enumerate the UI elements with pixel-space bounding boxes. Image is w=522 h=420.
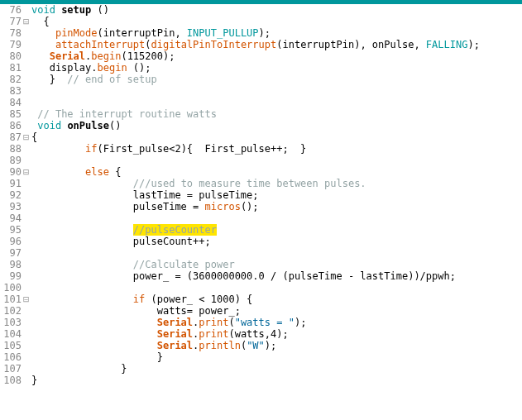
fold-toggle — [23, 328, 31, 340]
fold-toggle[interactable]: ⊟ — [23, 294, 31, 305]
line-number: 108 — [0, 375, 23, 386]
code-content[interactable]: attachInterrupt(digitalPinToInterrupt(in… — [31, 39, 522, 50]
code-line[interactable]: 106 } — [0, 351, 522, 363]
code-line[interactable]: 107 } — [0, 363, 522, 375]
code-line[interactable]: 103 Serial.print("watts = "); — [0, 317, 522, 328]
code-line[interactable]: 94 — [0, 212, 522, 224]
code-line[interactable]: 86 void onPulse() — [0, 120, 522, 131]
code-content[interactable] — [31, 247, 522, 259]
code-content[interactable]: Serial.print(watts,4); — [31, 328, 522, 340]
code-content[interactable] — [31, 282, 522, 294]
line-number: 92 — [0, 189, 23, 201]
line-number: 101 — [0, 294, 23, 305]
code-line[interactable]: 85 // The interrupt routine watts — [0, 108, 522, 120]
code-content[interactable]: pulseTime = micros(); — [31, 201, 522, 212]
code-content[interactable]: //Calculate power — [31, 259, 522, 270]
code-content[interactable]: } // end of setup — [31, 74, 522, 85]
line-number: 96 — [0, 236, 23, 247]
code-line[interactable]: 90⊟ else { — [0, 166, 522, 178]
code-content[interactable]: if(First_pulse<2){ First_pulse++; } — [31, 143, 522, 155]
code-content[interactable]: { — [31, 16, 522, 27]
code-content[interactable]: void setup () — [31, 4, 522, 16]
code-content[interactable]: void onPulse() — [31, 120, 522, 131]
code-line[interactable]: 95 //pulseCounter — [0, 224, 522, 236]
code-line[interactable]: 76void setup () — [0, 4, 522, 16]
code-content[interactable]: // The interrupt routine watts — [31, 108, 522, 120]
code-content[interactable]: Serial.begin(115200); — [31, 50, 522, 62]
line-number: 81 — [0, 62, 23, 74]
line-number: 77 — [0, 16, 23, 27]
line-number: 107 — [0, 363, 23, 375]
code-content[interactable]: pulseCount++; — [31, 236, 522, 247]
code-content[interactable]: } — [31, 363, 522, 375]
code-content[interactable] — [31, 97, 522, 108]
code-content[interactable]: ///used to measure time between pulses. — [31, 178, 522, 189]
code-line[interactable]: 78 pinMode(interruptPin, INPUT_PULLUP); — [0, 27, 522, 39]
code-content[interactable] — [31, 155, 522, 166]
fold-toggle — [23, 108, 31, 120]
code-line[interactable]: 81 display.begin (); — [0, 62, 522, 74]
line-number: 85 — [0, 108, 23, 120]
code-line[interactable]: 105 Serial.println("W"); — [0, 340, 522, 351]
code-line[interactable]: 98 //Calculate power — [0, 259, 522, 270]
code-line[interactable]: 100 — [0, 282, 522, 294]
code-line[interactable]: 80 Serial.begin(115200); — [0, 50, 522, 62]
code-line[interactable]: 88 if(First_pulse<2){ First_pulse++; } — [0, 143, 522, 155]
code-content[interactable]: Serial.print("watts = "); — [31, 317, 522, 328]
code-line[interactable]: 91 ///used to measure time between pulse… — [0, 178, 522, 189]
code-line[interactable]: 77⊟ { — [0, 16, 522, 27]
line-number: 89 — [0, 155, 23, 166]
code-line[interactable]: 89 — [0, 155, 522, 166]
code-line[interactable]: 82 } // end of setup — [0, 74, 522, 85]
fold-toggle — [23, 120, 31, 131]
fold-toggle — [23, 247, 31, 259]
fold-toggle — [23, 189, 31, 201]
code-line[interactable]: 83 — [0, 85, 522, 97]
fold-toggle — [23, 27, 31, 39]
code-content[interactable]: lastTime = pulseTime; — [31, 189, 522, 201]
fold-toggle[interactable]: ⊟ — [23, 166, 31, 178]
code-editor[interactable]: 76void setup ()77⊟ {78 pinMode(interrupt… — [0, 4, 522, 386]
fold-toggle — [23, 340, 31, 351]
code-content[interactable]: display.begin (); — [31, 62, 522, 74]
code-content[interactable]: watts= power_; — [31, 305, 522, 317]
code-content[interactable]: } — [31, 375, 522, 386]
code-content[interactable]: Serial.println("W"); — [31, 340, 522, 351]
code-line[interactable]: 99 power_ = (3600000000.0 / (pulseTime -… — [0, 270, 522, 282]
code-line[interactable]: 96 pulseCount++; — [0, 236, 522, 247]
line-number: 86 — [0, 120, 23, 131]
code-content[interactable] — [31, 85, 522, 97]
code-content[interactable]: { — [31, 131, 522, 143]
code-content[interactable]: pinMode(interruptPin, INPUT_PULLUP); — [31, 27, 522, 39]
code-line[interactable]: 104 Serial.print(watts,4); — [0, 328, 522, 340]
fold-toggle — [23, 317, 31, 328]
fold-toggle[interactable]: ⊟ — [23, 16, 31, 27]
code-line[interactable]: 84 — [0, 97, 522, 108]
code-content[interactable]: else { — [31, 166, 522, 178]
code-content[interactable]: power_ = (3600000000.0 / (pulseTime - la… — [31, 270, 522, 282]
line-number: 79 — [0, 39, 23, 50]
code-line[interactable]: 93 pulseTime = micros(); — [0, 201, 522, 212]
line-number: 103 — [0, 317, 23, 328]
line-number: 104 — [0, 328, 23, 340]
code-content[interactable]: //pulseCounter — [31, 224, 522, 236]
fold-toggle — [23, 212, 31, 224]
code-line[interactable]: 87⊟{ — [0, 131, 522, 143]
code-content[interactable] — [31, 212, 522, 224]
code-content[interactable]: } — [31, 351, 522, 363]
code-content[interactable]: if (power_ < 1000) { — [31, 294, 522, 305]
fold-toggle — [23, 224, 31, 236]
code-line[interactable]: 97 — [0, 247, 522, 259]
fold-toggle — [23, 178, 31, 189]
fold-toggle[interactable]: ⊟ — [23, 131, 31, 143]
fold-toggle — [23, 50, 31, 62]
code-line[interactable]: 101⊟ if (power_ < 1000) { — [0, 294, 522, 305]
code-line[interactable]: 79 attachInterrupt(digitalPinToInterrupt… — [0, 39, 522, 50]
line-number: 80 — [0, 50, 23, 62]
fold-toggle — [23, 236, 31, 247]
line-number: 102 — [0, 305, 23, 317]
code-line[interactable]: 92 lastTime = pulseTime; — [0, 189, 522, 201]
fold-toggle — [23, 97, 31, 108]
code-line[interactable]: 108} — [0, 375, 522, 386]
code-line[interactable]: 102 watts= power_; — [0, 305, 522, 317]
